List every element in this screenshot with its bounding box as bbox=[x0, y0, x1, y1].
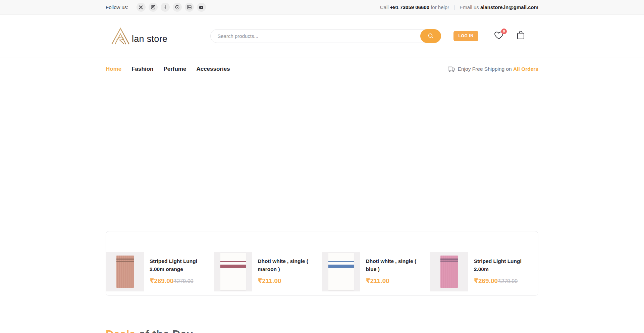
nav-link-accessories[interactable]: Accessories bbox=[196, 66, 230, 72]
product-card[interactable]: Striped Light Lungi 2.00m orange ₹269.00… bbox=[106, 252, 214, 295]
linkedin-icon[interactable] bbox=[185, 3, 194, 12]
product-image bbox=[430, 252, 468, 291]
login-button[interactable]: LOG IN bbox=[453, 31, 478, 41]
header: lan store LOG IN 0 bbox=[0, 15, 644, 57]
instagram-icon[interactable] bbox=[149, 3, 158, 12]
call-link[interactable]: Call +91 73059 06600 for help! bbox=[380, 4, 449, 10]
product-old-price: ₹279.00 bbox=[498, 278, 518, 284]
deals-heading: Deals of the Day bbox=[106, 328, 538, 333]
product-price: ₹269.00 bbox=[150, 277, 173, 285]
product-title[interactable]: Striped Light Lungi 2.00m bbox=[474, 257, 535, 273]
product-price: ₹211.00 bbox=[258, 277, 281, 285]
contact-divider: | bbox=[453, 4, 455, 10]
shopping-bag-icon bbox=[517, 31, 525, 40]
shipping-highlight[interactable]: All Orders bbox=[513, 66, 538, 72]
phone-number: +91 73059 06600 bbox=[390, 4, 429, 10]
search-bar bbox=[210, 29, 441, 43]
store-logo[interactable]: lan store bbox=[110, 27, 167, 45]
search-input[interactable] bbox=[210, 29, 441, 43]
search-button[interactable] bbox=[420, 29, 441, 43]
truck-icon bbox=[448, 66, 455, 72]
product-image bbox=[322, 252, 360, 291]
product-image bbox=[106, 252, 144, 291]
nav-link-perfume[interactable]: Perfume bbox=[163, 66, 186, 72]
youtube-icon[interactable] bbox=[197, 3, 206, 12]
free-shipping-banner: Enjoy Free Shipping on All Orders bbox=[448, 66, 538, 72]
product-title[interactable]: Striped Light Lungi 2.00m orange bbox=[150, 257, 210, 273]
wishlist-button[interactable]: 0 bbox=[494, 31, 504, 41]
product-card[interactable]: Striped Light Lungi 2.00m ₹269.00 ₹279.0… bbox=[430, 252, 538, 295]
email-link[interactable]: Email us alanstore.in@gmail.com bbox=[460, 4, 538, 10]
x-twitter-icon[interactable] bbox=[137, 3, 146, 12]
product-card[interactable]: Dhoti white , single ( blue ) ₹211.00 bbox=[322, 252, 430, 295]
email-address: alanstore.in@gmail.com bbox=[480, 4, 538, 10]
store-name: lan store bbox=[132, 34, 167, 45]
main-nav: Home Fashion Perfume Accessories Enjoy F… bbox=[0, 57, 644, 81]
product-card[interactable]: Dhoti white , single ( maroon ) ₹211.00 bbox=[214, 252, 322, 295]
follow-us-label: Follow us: bbox=[106, 4, 128, 10]
social-links bbox=[137, 3, 206, 12]
featured-products-carousel: Striped Light Lungi 2.00m orange ₹269.00… bbox=[106, 231, 538, 296]
product-image bbox=[214, 252, 252, 291]
product-price: ₹211.00 bbox=[366, 277, 389, 285]
product-title[interactable]: Dhoti white , single ( blue ) bbox=[366, 257, 427, 273]
search-icon bbox=[428, 33, 434, 39]
hero-slider-empty bbox=[0, 81, 644, 231]
cart-button[interactable] bbox=[517, 31, 525, 41]
deals-of-the-day-section: Deals of the Day bbox=[106, 328, 538, 333]
whatsapp-icon[interactable] bbox=[173, 3, 182, 12]
product-old-price: ₹279.00 bbox=[173, 278, 193, 284]
nav-link-home[interactable]: Home bbox=[106, 66, 121, 72]
logo-a-icon bbox=[110, 27, 131, 45]
nav-link-fashion[interactable]: Fashion bbox=[131, 66, 153, 72]
facebook-icon[interactable] bbox=[161, 3, 170, 12]
topbar: Follow us: bbox=[0, 0, 644, 15]
product-price: ₹269.00 bbox=[474, 277, 498, 285]
product-title[interactable]: Dhoti white , single ( maroon ) bbox=[258, 257, 318, 273]
wishlist-count-badge: 0 bbox=[501, 29, 507, 34]
